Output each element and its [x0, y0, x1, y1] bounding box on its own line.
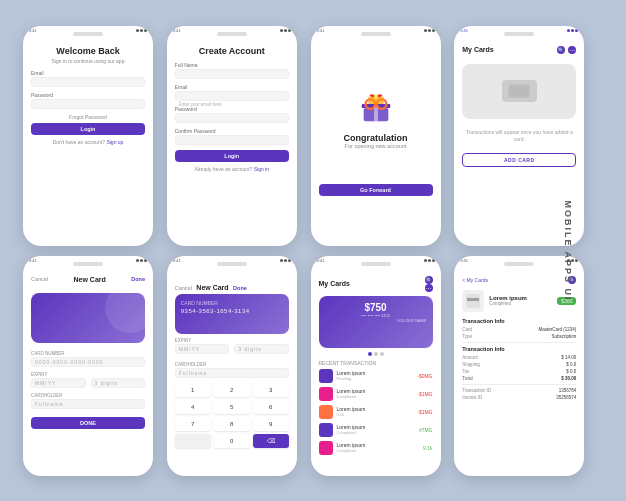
- phones-grid: 9:41 Welcome Back Sign in to continue us…: [8, 11, 618, 491]
- tax-row: Tax $ 0.0: [462, 369, 576, 374]
- card-done-button[interactable]: DONE: [31, 417, 145, 429]
- phone-congratulation: 9:41 Congrat: [311, 26, 441, 246]
- card-amount: $750: [325, 302, 427, 313]
- key-8[interactable]: 8: [214, 417, 250, 431]
- more-icon[interactable]: ⋯: [568, 46, 576, 54]
- key-6[interactable]: 6: [253, 400, 289, 414]
- search-icon[interactable]: 🔍: [557, 46, 565, 54]
- type-row: Type Subscription: [462, 334, 576, 339]
- email-label: Email: [31, 70, 145, 76]
- key-5[interactable]: 5: [214, 400, 250, 414]
- search-icon2[interactable]: 🔍: [425, 276, 433, 284]
- cvv-input[interactable]: 3 digits: [91, 378, 146, 388]
- password-input2[interactable]: [175, 113, 289, 123]
- card-number-label: CARD NUMBER: [31, 351, 145, 356]
- create-login-button[interactable]: Login: [175, 150, 289, 162]
- cvv-field: 3 digits: [91, 372, 146, 393]
- card-expiry-row: EXPIRY MM/YY 3 digits: [31, 372, 145, 393]
- my-cards-full-header: My Cards 🔍 ⋯: [319, 276, 433, 292]
- cardholder-kb-input[interactable]: Fullname: [175, 368, 289, 378]
- transaction-1[interactable]: Lorem ipsum Pending -$0MG: [319, 369, 433, 383]
- phone-new-card-empty: 9:41 Cancel New Card Done CARD NUMBER 00…: [23, 256, 153, 476]
- add-card-button[interactable]: ADD CARD: [462, 153, 576, 167]
- amount-row: Amount $ 14.00: [462, 355, 576, 360]
- new-card-topbar: Cancel New Card Done: [31, 276, 145, 283]
- gift-icon: [357, 87, 395, 125]
- key-1[interactable]: 1: [175, 383, 211, 397]
- key-4[interactable]: 4: [175, 400, 211, 414]
- my-cards-full-title: My Cards: [319, 280, 351, 287]
- fullname-input[interactable]: [175, 69, 289, 79]
- email-label2: Email: [175, 84, 289, 90]
- my-cards-title: My Cards: [462, 46, 494, 53]
- email-input[interactable]: [31, 77, 145, 87]
- login-button[interactable]: Login: [31, 123, 145, 135]
- divider2: [462, 384, 576, 385]
- fullname-label: Full Name: [175, 62, 289, 68]
- forgot-password-link[interactable]: Forgot Password: [31, 114, 145, 120]
- card-display: $750 •••• •••• •••• 3456 HOLDER NAME: [319, 296, 433, 348]
- card-chip-icon: [502, 80, 537, 102]
- cardholder-label: CARDHOLDER: [31, 393, 145, 398]
- svg-rect-8: [467, 298, 479, 301]
- password-input[interactable]: [31, 99, 145, 109]
- transaction-2[interactable]: Lorem ipsum Completed -$1MG: [319, 387, 433, 401]
- have-account-text: Already have an account? Sign in: [175, 166, 289, 172]
- expiry-input[interactable]: MM/YY: [31, 378, 86, 388]
- detail-card-header: Lorem ipsum Completed $300: [462, 290, 576, 312]
- email-input2[interactable]: Enter your email here: [175, 91, 289, 101]
- go-forward-button[interactable]: Go Forward: [319, 184, 433, 196]
- phone-welcome: 9:41 Welcome Back Sign in to continue us…: [23, 26, 153, 246]
- cardholder-input[interactable]: Fullname: [31, 399, 145, 409]
- no-card-text: Transactions will appear once you have a…: [462, 129, 576, 143]
- key-backspace[interactable]: ⌫: [253, 434, 289, 448]
- numeric-keyboard: 1 2 3 4 5 6 7 8 9 0 ⌫: [175, 383, 289, 448]
- phone-create-account: 9:41 Create Account Full Name Email Ente…: [167, 26, 297, 246]
- key-0[interactable]: 0: [214, 434, 250, 448]
- key-9[interactable]: 9: [253, 417, 289, 431]
- svg-point-6: [374, 95, 378, 99]
- cancel-kb-button[interactable]: Cancel: [175, 285, 192, 291]
- transaction-3[interactable]: Lorem ipsum 0.1k -$1MG: [319, 405, 433, 419]
- cancel-button[interactable]: Cancel: [31, 276, 48, 282]
- back-button[interactable]: < My Cards: [462, 277, 488, 283]
- detail-topbar: < My Cards 🔍: [462, 276, 576, 284]
- transaction-info-title1: Transaction Info: [462, 318, 576, 324]
- key-7[interactable]: 7: [175, 417, 211, 431]
- invoice-row: Invoice ID 35256574: [462, 395, 576, 400]
- trans-icon-4: [319, 423, 333, 437]
- done-button[interactable]: Done: [131, 276, 145, 282]
- welcome-title: Welcome Back: [31, 46, 145, 56]
- trans-icon-1: [319, 369, 333, 383]
- key-2[interactable]: 2: [214, 383, 250, 397]
- key-3[interactable]: 3: [253, 383, 289, 397]
- trans-id-row: Transaction ID 1356784: [462, 388, 576, 393]
- signup-link[interactable]: Sign up: [106, 139, 123, 145]
- recent-transaction-label: RECENT TRANSACTION: [319, 360, 433, 366]
- done-kb-button[interactable]: Done: [233, 285, 247, 291]
- cvv-kb-input[interactable]: 3 digits: [234, 344, 289, 354]
- confirm-input[interactable]: [175, 135, 289, 145]
- card-visual: [31, 293, 145, 343]
- card-visual-filled: CARD NUMBER 9354-3563-1654-3134: [175, 294, 289, 334]
- empty-card-placeholder: [462, 64, 576, 119]
- expiry-kb-input[interactable]: MM/YY: [175, 344, 230, 354]
- new-card-kb-title: New Card: [196, 284, 228, 291]
- divider: [462, 342, 576, 343]
- trans-icon-3: [319, 405, 333, 419]
- phone-new-card-keyboard: 9:41 Cancel New Card Done CARD NUMBER 93…: [167, 256, 297, 476]
- transaction-4[interactable]: Lorem ipsum Completed #7MG: [319, 423, 433, 437]
- transaction-5[interactable]: Lorem ipsum Completed 9.1k: [319, 441, 433, 455]
- confirm-label: Confirm Password: [175, 128, 289, 134]
- trans-icon-2: [319, 387, 333, 401]
- detail-status: Completed: [489, 301, 527, 306]
- card-number-input[interactable]: 0000-0000-0000-0000: [31, 357, 145, 367]
- password-label: Password: [31, 92, 145, 98]
- my-cards-header: My Cards 🔍 ⋯: [462, 46, 576, 54]
- signin-link[interactable]: Sign in: [254, 166, 269, 172]
- more-icon2[interactable]: ⋯: [425, 284, 433, 292]
- key-special[interactable]: [175, 434, 211, 448]
- total-row: Total $ 30.00: [462, 376, 576, 381]
- congrat-subtitle: For opening new account: [345, 143, 407, 149]
- app-label: MOBILE APPS UI: [562, 200, 572, 301]
